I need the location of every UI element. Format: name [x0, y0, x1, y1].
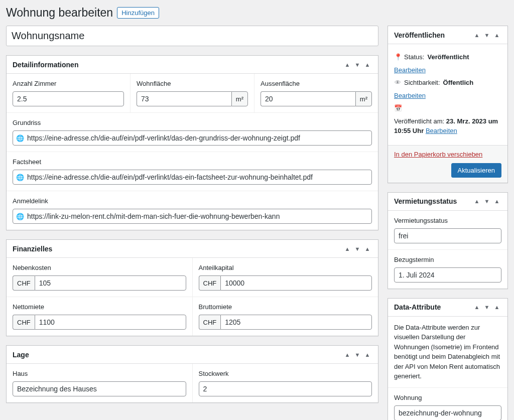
chevron-down-icon[interactable]: ▼ — [482, 31, 491, 40]
floorplan-label: Grundriss — [13, 119, 372, 126]
toggle-icon[interactable]: ▲ — [492, 31, 501, 40]
toggle-icon[interactable]: ▲ — [492, 303, 501, 312]
share-capital-input[interactable] — [220, 275, 372, 291]
applylink-label: Anmeldelink — [13, 197, 372, 205]
living-area-input[interactable] — [137, 91, 231, 106]
calendar-icon: 📅 — [394, 103, 401, 113]
chevron-down-icon[interactable]: ▼ — [353, 350, 362, 359]
chevron-up-icon[interactable]: ▲ — [343, 244, 352, 253]
gross-rent-input[interactable] — [220, 315, 372, 330]
location-box-title: Lage — [13, 351, 29, 359]
gross-rent-label: Bruttomiete — [199, 303, 372, 311]
globe-icon: 🌐 — [16, 174, 24, 181]
toggle-icon[interactable]: ▲ — [363, 60, 372, 69]
trash-link[interactable]: In den Papierkorb verschieben — [394, 151, 482, 158]
applylink-input[interactable] — [13, 209, 372, 224]
rental-box-title: Vermietungsstatus — [394, 197, 457, 205]
currency-prefix: CHF — [13, 315, 35, 330]
currency-prefix: CHF — [13, 275, 35, 291]
floor-label: Stockwerk — [199, 370, 372, 377]
finance-box: Finanzielles ▲ ▼ ▲ Nebenkosten CHF — [6, 239, 378, 336]
movein-label: Bezugstermin — [394, 256, 501, 263]
update-button[interactable]: Aktualisieren — [451, 163, 501, 178]
chevron-down-icon[interactable]: ▼ — [482, 303, 491, 312]
house-label: Haus — [13, 370, 186, 377]
data-attr-description: Die Data-Attribute werden zur visuellen … — [388, 317, 507, 388]
chevron-up-icon[interactable]: ▲ — [343, 60, 352, 69]
outdoor-area-label: Aussenfläche — [261, 80, 372, 87]
house-input[interactable] — [13, 381, 186, 396]
factsheet-input[interactable] — [13, 170, 372, 185]
net-rent-input[interactable] — [35, 315, 186, 330]
toggle-icon[interactable]: ▲ — [363, 350, 372, 359]
chevron-up-icon[interactable]: ▲ — [343, 350, 352, 359]
location-box: Lage ▲ ▼ ▲ Haus Stockwerk — [6, 345, 378, 403]
publish-box-title: Veröffentlichen — [394, 31, 445, 39]
detail-box: Detailinformationen ▲ ▼ ▲ Anzahl Zimmer … — [6, 55, 378, 230]
publish-box: Veröffentlichen ▲ ▼ ▲ 📍 Status: Veröffen… — [388, 26, 508, 183]
post-title-input[interactable] — [6, 26, 378, 46]
outdoor-area-unit: m² — [355, 91, 372, 106]
chevron-up-icon[interactable]: ▲ — [472, 197, 481, 206]
chevron-down-icon[interactable]: ▼ — [482, 197, 491, 206]
published-on-label: Veröffentlicht am: — [394, 117, 444, 125]
rooms-label: Anzahl Zimmer — [13, 80, 124, 87]
edit-status-link[interactable]: Bearbeiten — [394, 65, 426, 75]
factsheet-label: Factsheet — [13, 158, 372, 166]
globe-icon: 🌐 — [16, 134, 24, 142]
chevron-up-icon[interactable]: ▲ — [472, 303, 481, 312]
currency-prefix: CHF — [199, 315, 221, 330]
edit-visibility-link[interactable]: Bearbeiten — [394, 91, 426, 101]
visibility-label: Sichtbarkeit: — [404, 78, 440, 88]
rental-box: Vermietungsstatus ▲ ▼ ▲ Vermietungsstatu… — [388, 192, 508, 289]
status-label: Status: — [404, 52, 424, 62]
status-value: Veröffentlicht — [427, 52, 469, 62]
chevron-down-icon[interactable]: ▼ — [353, 244, 362, 253]
page-title: Wohnung bearbeiten — [6, 6, 113, 20]
chevron-up-icon[interactable]: ▲ — [472, 31, 481, 40]
detail-box-title: Detailinformationen — [13, 61, 78, 69]
movein-input[interactable] — [394, 267, 501, 283]
data-apartment-input[interactable] — [394, 405, 501, 421]
living-area-unit: m² — [231, 91, 248, 106]
pin-icon: 📍 — [394, 52, 401, 62]
living-area-label: Wohnfläche — [137, 80, 248, 87]
toggle-icon[interactable]: ▲ — [492, 197, 501, 206]
eye-icon: 👁 — [394, 78, 401, 88]
globe-icon: 🌐 — [16, 213, 24, 220]
data-attr-box: Data-Attribute ▲ ▼ ▲ Die Data-Attribute … — [388, 298, 508, 421]
rental-status-input[interactable] — [394, 228, 501, 243]
edit-date-link[interactable]: Bearbeiten — [426, 127, 457, 134]
toggle-icon[interactable]: ▲ — [363, 244, 372, 253]
currency-prefix: CHF — [199, 275, 221, 291]
floorplan-input[interactable] — [13, 130, 372, 146]
extra-costs-input[interactable] — [35, 275, 186, 291]
visibility-value: Öffentlich — [443, 78, 474, 88]
outdoor-area-input[interactable] — [261, 91, 355, 106]
rental-status-label: Vermietungsstatus — [394, 217, 501, 224]
net-rent-label: Nettomiete — [13, 303, 186, 311]
share-capital-label: Anteilkapital — [199, 264, 372, 271]
data-apartment-label: Wohnung — [394, 394, 501, 401]
floor-input[interactable] — [199, 381, 372, 396]
add-new-button[interactable]: Hinzufügen — [117, 7, 159, 19]
data-attr-box-title: Data-Attribute — [394, 303, 441, 311]
chevron-down-icon[interactable]: ▼ — [353, 60, 362, 69]
rooms-input[interactable] — [13, 91, 124, 106]
finance-box-title: Finanzielles — [13, 245, 52, 253]
extra-costs-label: Nebenkosten — [13, 264, 186, 271]
